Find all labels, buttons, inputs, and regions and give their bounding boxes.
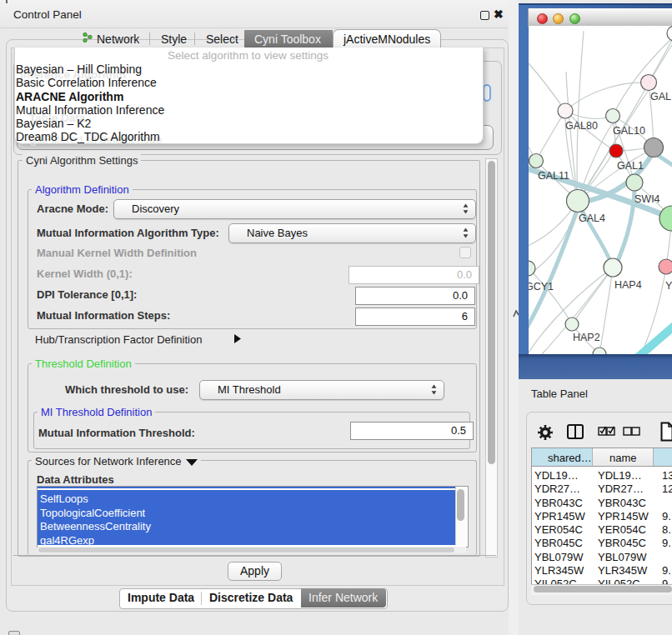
svg-text:GAL11: GAL11 [538, 170, 569, 182]
svg-text:GAL10: GAL10 [613, 125, 645, 137]
svg-text:SWI4: SWI4 [634, 193, 660, 205]
svg-text:GAL4: GAL4 [579, 212, 605, 224]
svg-text:HAP2: HAP2 [573, 332, 600, 343]
svg-text:GAL: GAL [650, 91, 671, 102]
svg-text:Y: Y [665, 280, 672, 292]
svg-text:GCY1: GCY1 [529, 281, 554, 292]
svg-text:HAP4: HAP4 [614, 279, 642, 291]
svg-text:GAL80: GAL80 [565, 120, 598, 132]
svg-text:GAL1: GAL1 [617, 160, 644, 172]
